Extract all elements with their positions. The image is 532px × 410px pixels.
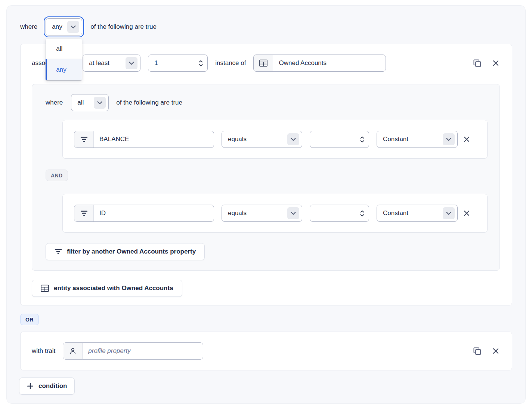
menu-item-all[interactable]: all bbox=[46, 39, 82, 59]
quantifier-value: at least bbox=[83, 59, 109, 67]
add-condition-label: condition bbox=[38, 382, 67, 390]
entity-value: Owned Accounts bbox=[273, 59, 327, 67]
chevron-down-icon bbox=[126, 57, 137, 69]
chevron-down-icon bbox=[287, 133, 299, 145]
audience-condition-builder: where any all any of the following are t… bbox=[6, 5, 526, 404]
root-operator-menu: all any bbox=[46, 39, 82, 80]
add-property-filter-button[interactable]: filter by another Owned Accounts propert… bbox=[46, 243, 205, 260]
count-input[interactable]: 1 bbox=[148, 55, 208, 72]
trait-input[interactable] bbox=[83, 343, 195, 359]
subgroup-header: where all of the following are true bbox=[46, 94, 487, 111]
subgroup-operator-value: all bbox=[71, 99, 84, 106]
chevron-down-icon bbox=[67, 21, 79, 33]
filter-icon bbox=[74, 205, 94, 221]
where-label: where bbox=[20, 23, 37, 31]
entity-associated-label: entity associated with Owned Accounts bbox=[54, 285, 173, 292]
entity-condition-row: associated with at least 1 instance of bbox=[32, 55, 501, 72]
chevron-down-icon bbox=[443, 207, 455, 219]
entity-condition-card: associated with at least 1 instance of bbox=[20, 44, 512, 305]
root-operator-select-wrap: any all any bbox=[46, 18, 82, 35]
with-trait-label: with trait bbox=[32, 347, 55, 355]
root-group-suffix: of the following are true bbox=[90, 23, 157, 31]
table-icon bbox=[254, 55, 273, 71]
trait-input-wrap bbox=[63, 342, 203, 360]
entity-select[interactable]: Owned Accounts bbox=[253, 55, 386, 72]
root-group-header: where any all any of the following are t… bbox=[20, 18, 512, 35]
condition-row: ID equals Constant bbox=[62, 194, 488, 233]
operator-select[interactable]: equals bbox=[222, 205, 302, 222]
copy-icon[interactable] bbox=[473, 59, 482, 68]
entity-associated-button[interactable]: entity associated with Owned Accounts bbox=[32, 280, 182, 297]
filter-icon bbox=[74, 131, 94, 147]
subgroup-operator-select[interactable]: all bbox=[71, 94, 109, 111]
copy-icon[interactable] bbox=[473, 347, 482, 355]
instance-of-label: instance of bbox=[215, 59, 246, 67]
menu-item-any[interactable]: any bbox=[46, 59, 82, 80]
subgroup-suffix: of the following are true bbox=[116, 99, 182, 106]
operator-select[interactable]: equals bbox=[222, 131, 302, 148]
stepper-arrows[interactable] bbox=[199, 60, 203, 66]
close-icon[interactable] bbox=[463, 210, 470, 217]
person-icon bbox=[63, 343, 83, 359]
value-input[interactable] bbox=[310, 131, 369, 148]
value-type: Constant bbox=[377, 136, 408, 143]
where-label: where bbox=[46, 99, 63, 106]
close-icon[interactable] bbox=[492, 60, 499, 66]
root-operator-select[interactable]: any bbox=[46, 18, 82, 35]
table-icon bbox=[41, 285, 49, 292]
chevron-down-icon bbox=[287, 207, 299, 219]
stepper-arrows[interactable] bbox=[360, 210, 364, 217]
stepper-arrows[interactable] bbox=[360, 136, 364, 143]
add-condition-button[interactable]: condition bbox=[19, 378, 75, 395]
property-value: BALANCE bbox=[94, 136, 129, 143]
chevron-down-icon bbox=[443, 133, 455, 145]
quantifier-select[interactable]: at least bbox=[83, 55, 140, 72]
filter-icon bbox=[55, 249, 62, 255]
trait-card-actions bbox=[473, 347, 501, 355]
property-value: ID bbox=[94, 209, 106, 217]
condition-row: BALANCE equals Constant bbox=[62, 120, 488, 159]
add-property-filter-label: filter by another Owned Accounts propert… bbox=[67, 248, 196, 255]
count-value: 1 bbox=[148, 59, 158, 67]
root-operator-value: any bbox=[46, 23, 62, 31]
plus-icon bbox=[27, 383, 34, 389]
nested-condition-group: where all of the following are true BALA… bbox=[32, 84, 500, 271]
entity-card-actions bbox=[473, 59, 501, 68]
value-type-select[interactable]: Constant bbox=[377, 205, 458, 222]
property-field[interactable]: BALANCE bbox=[74, 131, 214, 148]
close-icon[interactable] bbox=[492, 348, 499, 354]
value-type: Constant bbox=[377, 209, 408, 217]
trait-condition-card: with trait bbox=[20, 332, 512, 370]
chevron-down-icon bbox=[94, 97, 106, 109]
operator-value: equals bbox=[222, 209, 247, 217]
close-icon[interactable] bbox=[463, 136, 470, 143]
value-type-select[interactable]: Constant bbox=[377, 131, 458, 148]
and-badge: AND bbox=[46, 170, 68, 181]
operator-value: equals bbox=[222, 136, 247, 143]
value-input[interactable] bbox=[310, 205, 369, 222]
property-field[interactable]: ID bbox=[74, 205, 214, 222]
or-badge: OR bbox=[20, 314, 39, 325]
